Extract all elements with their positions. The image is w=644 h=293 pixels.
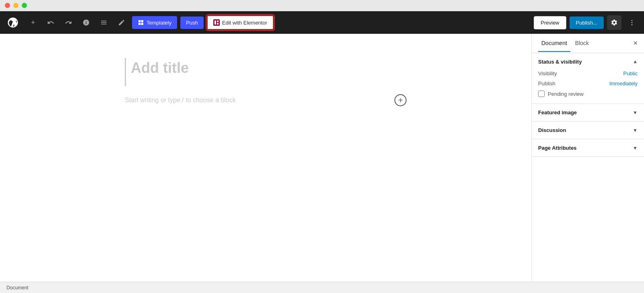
preview-label: Preview	[541, 20, 559, 26]
templately-label: Templately	[147, 20, 171, 26]
window-chrome	[0, 0, 644, 11]
publish-row: Publish Immediately	[538, 80, 638, 87]
content-area: Start writing or type / to choose a bloc…	[0, 34, 644, 282]
svg-rect-7	[217, 21, 219, 22]
tab-block[interactable]: Block	[572, 35, 592, 52]
redo-button[interactable]	[61, 15, 76, 30]
svg-rect-5	[213, 19, 220, 26]
sidebar-close-button[interactable]: ×	[633, 39, 638, 47]
featured-image-header[interactable]: Featured image ▼	[532, 104, 644, 121]
publish-button[interactable]: Publish...	[570, 17, 604, 29]
elementor-label: Edit with Elementor	[222, 20, 267, 26]
wordpress-logo[interactable]	[5, 14, 21, 31]
status-visibility-section: Status & visibility ▼ Visibility Public …	[532, 53, 644, 104]
editor-block-area: Start writing or type / to choose a bloc…	[125, 94, 407, 106]
list-view-button[interactable]	[97, 15, 111, 30]
block-placeholder: Start writing or type / to choose a bloc…	[125, 97, 388, 104]
app-container: + Templately Push	[0, 11, 644, 293]
sidebar: Document Block × Status & visibility ▼	[531, 34, 644, 282]
sidebar-body: Status & visibility ▼ Visibility Public …	[532, 53, 644, 282]
status-visibility-title: Status & visibility	[538, 59, 582, 65]
discussion-header[interactable]: Discussion ▼	[532, 122, 644, 139]
pending-review-checkbox[interactable]	[538, 91, 545, 97]
svg-rect-3	[138, 23, 140, 25]
svg-rect-8	[217, 23, 219, 25]
visibility-value[interactable]: Public	[623, 70, 638, 76]
discussion-section: Discussion ▼	[532, 122, 644, 139]
chevron-down-icon: ▼	[633, 110, 638, 116]
sidebar-header: Document Block ×	[532, 34, 644, 53]
publish-label: Publish...	[576, 20, 597, 26]
settings-button[interactable]	[607, 15, 621, 30]
add-block-icon: +	[398, 96, 403, 104]
templately-button[interactable]: Templately	[132, 16, 177, 29]
status-visibility-header[interactable]: Status & visibility ▼	[532, 53, 644, 70]
page-attributes-title: Page Attributes	[538, 145, 577, 151]
more-options-button[interactable]	[625, 15, 639, 30]
pending-review-label: Pending review	[548, 91, 584, 97]
toolbar-right: Preview Publish...	[534, 15, 639, 30]
discussion-title: Discussion	[538, 127, 566, 133]
svg-rect-2	[141, 20, 143, 22]
svg-point-9	[632, 20, 633, 21]
svg-rect-1	[138, 20, 140, 22]
post-title-input[interactable]	[125, 58, 407, 86]
editor-inner: Start writing or type / to choose a bloc…	[125, 58, 407, 106]
close-button[interactable]	[5, 3, 10, 8]
visibility-label: Visibility	[538, 70, 557, 76]
svg-point-10	[632, 22, 633, 23]
status-visibility-body: Visibility Public Publish Immediately Pe…	[532, 70, 644, 103]
status-bar: Document	[0, 282, 644, 293]
info-button[interactable]	[79, 15, 93, 30]
preview-button[interactable]: Preview	[534, 16, 566, 29]
featured-image-section: Featured image ▼	[532, 104, 644, 122]
svg-rect-6	[215, 21, 216, 25]
chevron-down-icon-2: ▼	[633, 128, 638, 133]
add-block-button[interactable]: +	[394, 94, 407, 106]
svg-rect-4	[141, 23, 143, 25]
edit-with-elementor-button[interactable]: Edit with Elementor	[207, 15, 274, 30]
minimize-button[interactable]	[13, 3, 19, 8]
visibility-row: Visibility Public	[538, 70, 638, 76]
chevron-down-icon-3: ▼	[633, 145, 638, 151]
edit-mode-button[interactable]	[114, 15, 129, 30]
svg-point-11	[632, 24, 633, 25]
push-button[interactable]: Push	[180, 17, 204, 29]
toolbar: + Templately Push	[0, 11, 644, 34]
status-bar-text: Document	[6, 285, 29, 291]
page-attributes-section: Page Attributes ▼	[532, 139, 644, 157]
add-block-toolbar-button[interactable]: +	[26, 15, 40, 30]
publish-label-sidebar: Publish	[538, 80, 555, 87]
tab-document[interactable]: Document	[538, 35, 570, 52]
undo-button[interactable]	[43, 15, 58, 30]
maximize-button[interactable]	[22, 3, 27, 8]
pending-review-row: Pending review	[538, 91, 638, 97]
editor-area[interactable]: Start writing or type / to choose a bloc…	[0, 34, 531, 282]
page-attributes-header[interactable]: Page Attributes ▼	[532, 139, 644, 157]
push-label: Push	[186, 20, 198, 26]
publish-value[interactable]: Immediately	[609, 80, 638, 87]
chevron-up-icon: ▼	[633, 59, 638, 65]
featured-image-title: Featured image	[538, 109, 577, 116]
